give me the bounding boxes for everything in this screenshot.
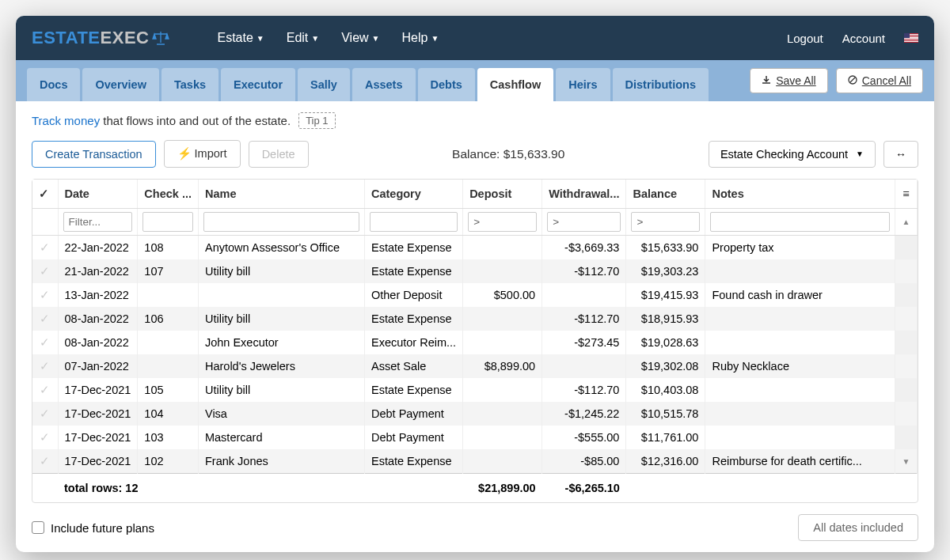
tip-button[interactable]: Tip 1 xyxy=(298,112,335,129)
filter-date[interactable] xyxy=(63,212,133,232)
filter-withdrawal[interactable] xyxy=(547,212,621,232)
tab-tasks[interactable]: Tasks xyxy=(162,68,218,101)
row-check[interactable]: ✓ xyxy=(32,307,58,331)
table-row[interactable]: ✓07-Jan-2022Harold's JewelersAsset Sale$… xyxy=(32,354,918,378)
filter-name[interactable] xyxy=(203,212,359,232)
nav-item-estate[interactable]: Estate▼ xyxy=(217,31,264,45)
scrollbar-up[interactable]: ▲ xyxy=(895,209,918,236)
swap-button[interactable]: ↔ xyxy=(884,141,918,168)
nav-item-view[interactable]: View▼ xyxy=(341,31,379,45)
logout-link[interactable]: Logout xyxy=(787,32,823,45)
intro-text: that flows into and out of the estate. xyxy=(100,114,291,127)
cell-date: 08-Jan-2022 xyxy=(58,331,138,354)
table-row[interactable]: ✓08-Jan-2022John ExecutorExecutor Reim..… xyxy=(32,331,918,354)
cancel-all-button[interactable]: Cancel All xyxy=(836,68,923,93)
create-transaction-button[interactable]: Create Transaction xyxy=(32,141,156,168)
cell-withdrawal: -$112.70 xyxy=(542,259,626,283)
header-category[interactable]: Category xyxy=(364,180,462,209)
tab-debts[interactable]: Debts xyxy=(418,68,475,101)
import-button[interactable]: ⚡ Import xyxy=(164,140,241,168)
row-check[interactable]: ✓ xyxy=(32,236,58,260)
balance-display: Balance: $15,633.90 xyxy=(452,147,564,161)
header-date[interactable]: Date xyxy=(58,180,138,209)
tab-distributions[interactable]: Distributions xyxy=(613,68,709,101)
filter-checkno[interactable] xyxy=(142,212,193,232)
cell-balance: $10,515.78 xyxy=(626,402,705,426)
cell-name: Utility bill xyxy=(198,259,364,283)
header-balance[interactable]: Balance xyxy=(626,180,705,209)
account-select[interactable]: Estate Checking Account ▼ xyxy=(709,141,876,168)
track-money-link[interactable]: Track money xyxy=(32,114,100,127)
scrollbar-track[interactable] xyxy=(895,354,918,378)
header-deposit[interactable]: Deposit xyxy=(463,180,542,209)
cell-notes xyxy=(705,331,895,354)
tab-sally[interactable]: Sally xyxy=(298,68,350,101)
row-check[interactable]: ✓ xyxy=(32,259,58,283)
dates-filter-button[interactable]: All dates included xyxy=(798,514,918,541)
row-check[interactable]: ✓ xyxy=(32,331,58,354)
totals-label: total rows: 12 xyxy=(58,474,463,503)
cell-date: 13-Jan-2022 xyxy=(58,283,138,307)
scrollbar-down[interactable]: ▼ xyxy=(895,449,918,474)
flag-icon[interactable] xyxy=(904,33,918,43)
filter-category[interactable] xyxy=(370,212,458,232)
header-select[interactable]: ✓ xyxy=(32,180,58,209)
tab-executor[interactable]: Executor xyxy=(221,68,295,101)
nav-item-edit[interactable]: Edit▼ xyxy=(287,31,319,45)
filter-notes[interactable] xyxy=(710,212,890,232)
tab-cashflow[interactable]: Cashflow xyxy=(477,68,553,101)
header-notes[interactable]: Notes xyxy=(705,180,895,209)
cell-name: Visa xyxy=(198,402,364,426)
row-check[interactable]: ✓ xyxy=(32,426,58,449)
scrollbar-track[interactable] xyxy=(895,283,918,307)
app-window: ESTATEEXEC Estate▼ Edit▼ View▼ Help▼ Log… xyxy=(16,16,934,552)
scrollbar-track[interactable] xyxy=(895,402,918,426)
cell-balance: $19,028.63 xyxy=(626,331,705,354)
nav-links: Estate▼ Edit▼ View▼ Help▼ xyxy=(217,31,439,45)
table-row[interactable]: ✓08-Jan-2022106Utility billEstate Expens… xyxy=(32,307,918,331)
nav-item-help[interactable]: Help▼ xyxy=(402,31,439,45)
save-all-button[interactable]: Save All xyxy=(750,68,828,93)
header-withdrawal[interactable]: Withdrawal... xyxy=(542,180,626,209)
table-row[interactable]: ✓17-Dec-2021104VisaDebt Payment-$1,245.2… xyxy=(32,402,918,426)
row-check[interactable]: ✓ xyxy=(32,354,58,378)
row-check[interactable]: ✓ xyxy=(32,283,58,307)
table-row[interactable]: ✓17-Dec-2021103MastercardDebt Payment-$5… xyxy=(32,426,918,449)
scrollbar-track[interactable] xyxy=(895,236,918,260)
tab-overview[interactable]: Overview xyxy=(82,68,159,101)
scrollbar-track[interactable] xyxy=(895,307,918,331)
table-row[interactable]: ✓22-Jan-2022108Anytown Assessor's Office… xyxy=(32,236,918,260)
include-future-checkbox[interactable]: Include future plans xyxy=(32,521,154,535)
scrollbar-track[interactable] xyxy=(895,259,918,283)
table-row[interactable]: ✓21-Jan-2022107Utility billEstate Expens… xyxy=(32,259,918,283)
header-checkno[interactable]: Check ... xyxy=(138,180,199,209)
account-link[interactable]: Account xyxy=(842,32,885,45)
cell-checkno: 108 xyxy=(138,236,199,260)
row-check[interactable]: ✓ xyxy=(32,378,58,402)
cell-balance: $10,403.08 xyxy=(626,378,705,402)
tab-docs[interactable]: Docs xyxy=(27,68,80,101)
scrollbar-track[interactable] xyxy=(895,426,918,449)
filter-balance[interactable] xyxy=(631,212,700,232)
header-name[interactable]: Name xyxy=(198,180,364,209)
balance-value: $15,633.90 xyxy=(504,147,565,161)
row-check[interactable]: ✓ xyxy=(32,449,58,474)
nav-label: Estate xyxy=(217,31,253,45)
filter-deposit[interactable] xyxy=(468,212,537,232)
cell-withdrawal: -$1,245.22 xyxy=(542,402,626,426)
scrollbar-track[interactable] xyxy=(895,378,918,402)
table-row[interactable]: ✓17-Dec-2021105Utility billEstate Expens… xyxy=(32,378,918,402)
table-menu-button[interactable]: ≡ xyxy=(895,180,918,209)
cell-deposit xyxy=(463,307,542,331)
delete-button[interactable]: Delete xyxy=(249,141,309,168)
logo[interactable]: ESTATEEXEC xyxy=(32,28,169,48)
table-row[interactable]: ✓13-Jan-2022Other Deposit$500.00$19,415.… xyxy=(32,283,918,307)
row-check[interactable]: ✓ xyxy=(32,402,58,426)
scrollbar-track[interactable] xyxy=(895,331,918,354)
cell-checkno: 105 xyxy=(138,378,199,402)
tab-heirs[interactable]: Heirs xyxy=(556,68,610,101)
tab-assets[interactable]: Assets xyxy=(352,68,416,101)
include-future-label: Include future plans xyxy=(51,521,154,535)
cell-name: Anytown Assessor's Office xyxy=(198,236,364,260)
table-row[interactable]: ✓17-Dec-2021102Frank JonesEstate Expense… xyxy=(32,449,918,474)
